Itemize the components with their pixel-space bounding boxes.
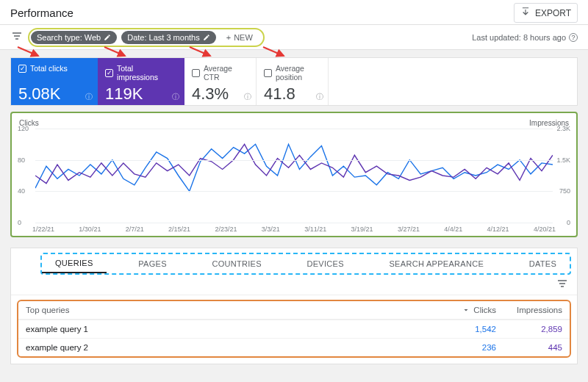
last-updated-text: Last updated: 8 hours ago ? [472,33,578,42]
x-tick: 3/19/21 [351,226,373,233]
tab-search-appearance[interactable]: SEARCH APPEARANCE [376,255,497,273]
metric-label: Total impressions [117,64,176,82]
queries-table: Top queries Clicks Impressions example q… [17,300,571,358]
page-title: Performance [10,7,74,19]
column-header-impressions[interactable]: Impressions [496,306,562,314]
table-row[interactable]: example query 11,5422,859 [18,320,570,338]
metric-value: 41.8 [264,86,320,102]
tab-countries[interactable]: COUNTRIES [198,255,274,273]
y-tick-right: 750 [559,187,570,195]
cell-query: example query 2 [26,343,430,352]
results-panel: QUERIESPAGESCOUNTRIESDEVICESSEARCH APPEA… [10,248,578,364]
x-tick: 2/23/21 [215,226,237,233]
chip-search-type-label: Search type: Web [37,33,101,42]
tab-queries[interactable]: QUERIES [42,254,107,273]
pencil-icon [203,34,210,41]
metric-value: 4.3% [192,86,248,102]
help-icon[interactable]: ⓘ [172,92,179,102]
metric-average-position[interactable]: Average position 41.8 ⓘ [257,58,329,105]
metric-value: 5.08K [18,86,90,102]
cell-query: example query 1 [26,325,430,334]
x-tick: 4/4/21 [444,226,462,233]
filter-pill-group: Search type: Web Date: Last 3 months + N… [28,28,265,47]
metric-total-impressions[interactable]: Total impressions 119K ⓘ [98,58,184,105]
x-tick: 1/22/21 [32,226,54,233]
x-tick: 2/15/21 [168,226,190,233]
metric-total-clicks[interactable]: Total clicks 5.08K ⓘ [11,58,98,105]
cell-clicks: 1,542 [430,325,496,334]
checkbox-icon [264,69,272,77]
metric-label: Total clicks [30,64,68,73]
metric-average-ctr[interactable]: Average CTR 4.3% ⓘ [184,58,257,105]
series-clicks [35,144,553,191]
sort-desc-icon [462,306,470,314]
x-tick: 4/12/21 [487,226,509,233]
metric-label: Average CTR [204,64,248,82]
plus-icon: + [226,33,231,42]
metric-cards: Total clicks 5.08K ⓘ Total impressions 1… [10,57,578,106]
download-icon [520,7,531,19]
y-tick-left: 120 [18,125,29,132]
cell-impressions: 2,859 [496,325,562,334]
help-icon[interactable]: ⓘ [316,92,323,102]
x-tick: 3/27/21 [398,226,420,233]
checkbox-icon [192,69,200,77]
help-icon[interactable]: ? [569,33,578,42]
column-header-query[interactable]: Top queries [26,306,430,314]
help-icon[interactable]: ⓘ [244,92,251,102]
pencil-icon [104,34,111,41]
results-filter-icon[interactable] [556,278,568,292]
cell-clicks: 236 [430,343,496,352]
chip-search-type[interactable]: Search type: Web [31,31,117,44]
export-label: EXPORT [535,8,571,18]
series-impressions [35,144,553,183]
y-tick-right: 1.5K [556,156,570,164]
column-header-clicks[interactable]: Clicks [430,306,496,314]
checkbox-icon [18,65,26,73]
new-filter-button[interactable]: + NEW [220,31,259,44]
tab-dates[interactable]: DATES [516,255,570,273]
performance-chart: Clicks Impressions 1202.3K801.5K4075000 … [10,112,578,237]
tab-devices[interactable]: DEVICES [293,255,356,273]
x-tick: 1/30/21 [79,226,101,233]
chip-date-range[interactable]: Date: Last 3 months [121,31,215,44]
table-row[interactable]: example query 2236445 [18,338,570,356]
x-tick: 4/20/21 [534,226,556,233]
y-tick-left: 80 [18,156,25,164]
help-icon[interactable]: ⓘ [85,92,93,102]
checkbox-icon [105,69,113,77]
filter-icon[interactable] [10,30,24,44]
y-tick-right: 0 [567,219,570,226]
chip-date-range-label: Date: Last 3 months [127,33,199,42]
y-tick-left: 0 [18,219,21,226]
x-tick: 2/7/21 [126,226,144,233]
y-tick-right: 2.3K [556,125,570,132]
metric-label: Average position [276,64,320,82]
tab-pages[interactable]: PAGES [125,255,180,273]
new-filter-label: NEW [234,33,253,42]
metric-value: 119K [105,86,176,102]
cell-impressions: 445 [496,343,562,352]
x-tick: 3/11/21 [304,226,326,233]
results-tabs: QUERIESPAGESCOUNTRIESDEVICESSEARCH APPEA… [40,253,571,275]
y-tick-left: 40 [18,187,25,195]
x-tick: 3/3/21 [262,226,280,233]
export-button[interactable]: EXPORT [514,3,578,23]
